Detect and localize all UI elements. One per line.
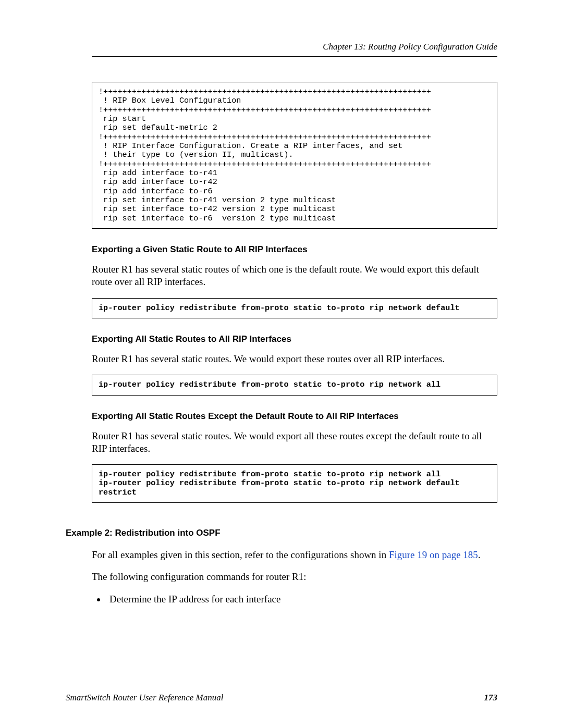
code-block-redistribute-except-default: ip-router policy redistribute from-proto… [92, 464, 497, 503]
paragraph-export-given-static: Router R1 has several static routes of w… [92, 263, 497, 289]
heading-export-all-static: Exporting All Static Routes to All RIP I… [92, 334, 497, 344]
link-figure-19[interactable]: Figure 19 on page 185 [389, 549, 478, 560]
footer-page-number: 173 [484, 693, 498, 703]
paragraph-export-except-default: Router R1 has several static routes. We … [92, 430, 497, 455]
heading-example-2: Example 2: Redistribution into OSPF [66, 528, 497, 538]
footer-manual-title: SmartSwitch Router User Reference Manual [66, 693, 223, 702]
page-footer: SmartSwitch Router User Reference Manual… [66, 693, 497, 703]
page-container: Chapter 13: Routing Policy Configuration… [0, 0, 563, 728]
header-rule: Chapter 13: Routing Policy Configuration… [92, 42, 497, 57]
text-example-ref-pre: For all examples given in this section, … [92, 549, 389, 560]
paragraph-export-all-static: Router R1 has several static routes. We … [92, 353, 497, 365]
code-block-redistribute-default: ip-router policy redistribute from-proto… [92, 298, 497, 318]
bullet-list: Determine the IP address for each interf… [92, 593, 497, 606]
chapter-title: Chapter 13: Routing Policy Configuration… [92, 42, 497, 56]
code-block-redistribute-all: ip-router policy redistribute from-proto… [92, 375, 497, 395]
text-example-ref-post: . [478, 549, 481, 560]
code-block-rip-config: !+++++++++++++++++++++++++++++++++++++++… [92, 82, 497, 229]
paragraph-config-commands: The following configuration commands for… [92, 571, 497, 583]
bullet-item-ip-address: Determine the IP address for each interf… [106, 593, 497, 606]
paragraph-example-ref: For all examples given in this section, … [92, 549, 497, 561]
heading-export-given-static: Exporting a Given Static Route to All RI… [92, 244, 497, 255]
heading-export-except-default: Exporting All Static Routes Except the D… [92, 411, 497, 422]
